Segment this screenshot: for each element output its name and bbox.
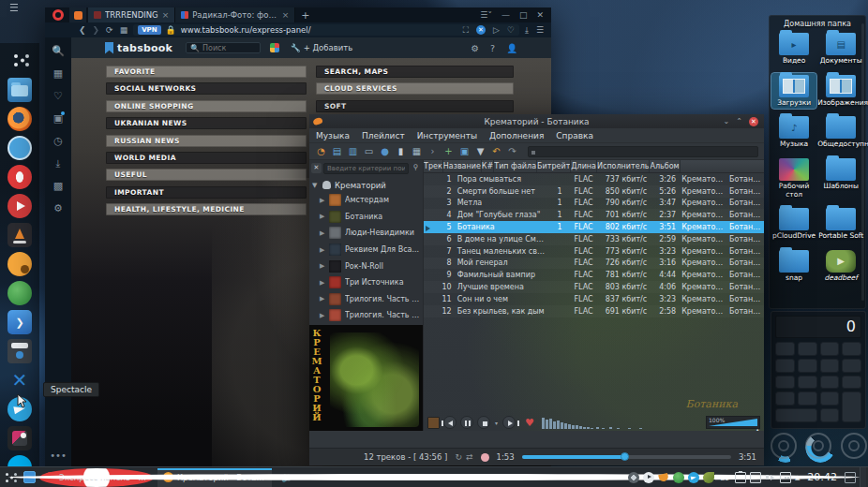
sidebar-bookmarks-icon[interactable]: ♡: [53, 90, 63, 102]
haguichi-tray-icon[interactable]: [673, 472, 684, 483]
downloads-icon[interactable]: ⤓: [525, 25, 529, 36]
sidebar-more-icon[interactable]: •••: [50, 450, 67, 461]
chevron-right-icon[interactable]: ▶: [320, 279, 325, 287]
calendar-icon[interactable]: [845, 472, 856, 483]
toolbar-icon[interactable]: ▼: [474, 145, 486, 157]
player-maximize-icon[interactable]: ⌃: [736, 117, 742, 125]
folder-item[interactable]: ▸ Видео: [771, 31, 816, 67]
album-node[interactable]: ▶ Реквием Для Вса...: [312, 242, 423, 258]
category-bar[interactable]: FAVORITE: [106, 66, 307, 78]
clear-search-icon[interactable]: ✕: [311, 163, 322, 173]
sidebar-search-icon[interactable]: 🔍: [52, 45, 65, 57]
chevron-right-icon[interactable]: ▶: [320, 295, 325, 303]
playlist-filter-field[interactable]: [528, 146, 758, 157]
tab-menu-icon[interactable]: ☰˅: [480, 10, 492, 20]
menu-item[interactable]: Дополнения: [489, 131, 544, 140]
column-header[interactable]: Альбом: [650, 160, 680, 172]
column-header[interactable]: К#: [482, 160, 494, 172]
calculator-key[interactable]: [820, 408, 840, 422]
tab-close-icon[interactable]: ×: [162, 10, 170, 20]
telegram-tray-icon[interactable]: [688, 472, 699, 483]
bookmark-heart-icon[interactable]: ♡: [507, 25, 515, 35]
folder-item[interactable]: ▶ deadbeef: [816, 248, 865, 285]
stop-button[interactable]: [477, 416, 490, 429]
menu-item[interactable]: Инструменты: [417, 131, 477, 140]
category-bar[interactable]: HEALTH, LIFESTYLE, MEDICINE: [106, 203, 307, 215]
album-node[interactable]: ▶ Люди-Невидимки: [312, 225, 423, 242]
menu-item[interactable]: Плейлист: [362, 131, 405, 140]
volume-slider[interactable]: 100% ▲: [706, 416, 760, 429]
reload-button[interactable]: ⟳: [106, 25, 113, 35]
site-search[interactable]: 🔍: [186, 42, 261, 53]
album-node[interactable]: ▶ Амстердам: [312, 192, 423, 209]
calculator-key[interactable]: [775, 391, 795, 406]
folder-item[interactable]: Общедоступные: [816, 114, 865, 151]
browser-tab[interactable]: TRRRENDING×: [88, 7, 175, 22]
chevron-right-icon[interactable]: ▶: [320, 197, 325, 204]
column-header[interactable]: Трек: [424, 160, 443, 172]
chevron-right-icon[interactable]: ▶: [320, 213, 325, 220]
desktop-toolbox-icon[interactable]: ☰: [6, 2, 22, 15]
clementine-icon[interactable]: [7, 252, 32, 276]
close-button[interactable]: ✕: [536, 10, 544, 20]
files-tray-icon[interactable]: [750, 472, 761, 483]
toolbar-icon[interactable]: ↶: [490, 145, 502, 157]
toolbar-icon[interactable]: ▦: [411, 145, 423, 157]
column-header[interactable]: Тип файла: [494, 160, 537, 172]
firefox-icon[interactable]: [7, 107, 32, 131]
album-node[interactable]: ▶ Трилогия. Часть 2...: [312, 307, 423, 324]
new-tab-button[interactable]: +: [301, 9, 309, 22]
vpn-badge[interactable]: VPN: [138, 25, 160, 35]
library-search-input[interactable]: [323, 163, 409, 174]
steam-icon[interactable]: [628, 472, 639, 483]
album-node[interactable]: ▶ Три Источника: [312, 274, 423, 291]
browser-tab[interactable]: Радикал-Фото: фото-…×: [175, 7, 295, 22]
calculator-key[interactable]: [775, 359, 795, 373]
category-bar[interactable]: IMPORTANT: [106, 186, 307, 199]
toolbar-icon[interactable]: ▭: [363, 145, 375, 157]
add-tile-button[interactable]: 🔧+ Добавить: [291, 43, 352, 52]
snapshot-icon[interactable]: ⛶: [463, 25, 469, 36]
calculator-key[interactable]: [820, 376, 840, 390]
dolphin-icon[interactable]: [7, 78, 32, 102]
toolbar-icon[interactable]: ↷: [506, 145, 518, 157]
camera-app-icon[interactable]: [7, 339, 32, 363]
shuffle-icon[interactable]: ⇄: [466, 452, 473, 462]
site-help-icon[interactable]: ?: [490, 43, 495, 53]
haguichi-icon[interactable]: [7, 281, 32, 305]
qbittorrent-icon[interactable]: [7, 136, 32, 160]
site-settings-icon[interactable]: ⚙: [471, 43, 480, 53]
site-search-input[interactable]: [202, 44, 259, 52]
vlc-icon[interactable]: [7, 223, 32, 247]
spectacle-icon[interactable]: [7, 426, 32, 450]
category-bar[interactable]: RUSSIAN NEWS: [106, 135, 307, 147]
pcloud-leaf-icon[interactable]: [703, 472, 714, 483]
kde-launcher-icon[interactable]: [7, 49, 32, 73]
calculator-key[interactable]: [775, 342, 795, 356]
toolbar-icon[interactable]: ▤: [331, 145, 343, 157]
minimize-button[interactable]: —: [501, 10, 510, 20]
track-row[interactable]: 6 В доме на улице Смольной FLAC 733 кбит…: [424, 233, 764, 245]
sidebar-extensions-icon[interactable]: ▩: [53, 180, 63, 192]
sidebar-history-icon[interactable]: ◷: [53, 135, 63, 147]
favorite-heart-icon[interactable]: ♥: [525, 417, 534, 429]
maximize-button[interactable]: □: [519, 10, 528, 20]
track-row[interactable]: 3 Метла 1 FLAC 790 кбит/с 3:47 Крематори…: [424, 198, 764, 210]
repeat-icon[interactable]: ↻: [455, 452, 462, 462]
toolbar-icon[interactable]: ▮: [395, 145, 407, 157]
artist-node[interactable]: ▼ Крематорий: [312, 178, 423, 192]
opera-icon[interactable]: Экспресс панель - Opera: [39, 468, 154, 487]
category-bar[interactable]: CLOUD SERVICES: [316, 82, 514, 95]
adblock-icon[interactable]: ✕: [476, 25, 486, 35]
apps-grid-icon[interactable]: [270, 43, 279, 52]
record-indicator-icon[interactable]: [481, 453, 489, 462]
toolbar-icon[interactable]: ●: [379, 145, 391, 157]
calculator-key[interactable]: [798, 376, 817, 390]
seek-knob[interactable]: [621, 452, 629, 461]
folder-item[interactable]: Изображения: [816, 73, 865, 110]
player-minimize-icon[interactable]: ⌄: [724, 117, 730, 125]
flow-icon[interactable]: ▷: [493, 25, 500, 35]
track-row[interactable]: 2 Смерти больше нет 1 FLAC 850 кбит/с 5:…: [424, 185, 764, 198]
track-row[interactable]: 4 Дом "Голубые глаза" 1 FLAC 701 кбит/с …: [424, 209, 764, 221]
toolbar-icon[interactable]: ›: [427, 145, 439, 157]
